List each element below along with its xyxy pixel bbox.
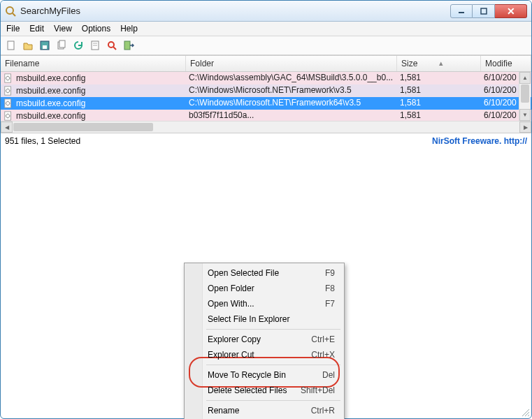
table-row[interactable]: msbuild.exe.configb03f5f7f11d50a...1,581…	[1, 110, 531, 121]
cell-size: 1,581	[397, 84, 481, 97]
toolbar-find-icon[interactable]	[106, 39, 118, 52]
menu-view[interactable]: View	[54, 24, 72, 34]
menu-item[interactable]: Open Selected FileF9	[187, 265, 342, 281]
menu-item-shortcut: F8	[325, 284, 335, 293]
cell-size: 1,581	[397, 110, 481, 121]
toolbar-open-icon[interactable]	[22, 39, 34, 52]
menu-item-label: Delete Selected Files	[208, 385, 287, 395]
svg-line-76	[528, 415, 529, 416]
menu-item[interactable]: RenameCtrl+R	[187, 403, 342, 418]
cell-size: 1,581	[397, 97, 481, 110]
vertical-scrollbar[interactable]: ▲ ▼	[519, 72, 531, 121]
svg-rect-4	[8, 41, 14, 50]
nirsoft-link[interactable]: NirSoft Freeware. http://	[432, 136, 527, 146]
app-icon	[5, 6, 16, 17]
cell-filename: msbuild.exe.config	[1, 84, 186, 97]
column-headers: Filename Folder Size▴ Modifie	[1, 55, 531, 72]
toolbar-refresh-icon[interactable]	[72, 39, 85, 52]
minimize-button[interactable]	[450, 4, 473, 18]
menu-item-label: Move To Recycle Bin	[208, 370, 286, 380]
toolbar-copy-icon[interactable]	[55, 39, 68, 52]
titlebar[interactable]: SearchMyFiles ✕	[1, 1, 531, 22]
file-list: msbuild.exe.configC:\Windows\assembly\GA…	[1, 72, 531, 121]
menu-file[interactable]: File	[6, 24, 20, 34]
scroll-thumb-h[interactable]	[13, 123, 153, 131]
cell-folder: b03f5f7f11d50a...	[186, 110, 397, 121]
scroll-left-icon[interactable]: ◀	[1, 122, 13, 133]
menu-item-shortcut: F7	[325, 299, 335, 309]
toolbar	[1, 36, 531, 55]
svg-line-1	[13, 13, 15, 16]
menu-options[interactable]: Options	[82, 24, 110, 34]
cell-filename: msbuild.exe.config	[1, 97, 186, 110]
context-menu: Open Selected FileF9Open FolderF8Open Wi…	[184, 263, 345, 419]
toolbar-exit-icon[interactable]	[122, 39, 135, 52]
header-filename[interactable]: Filename	[1, 56, 186, 71]
menu-item-label: Explorer Copy	[208, 335, 261, 344]
menu-separator	[206, 365, 340, 365]
statusbar: 951 files, 1 Selected NirSoft Freeware. …	[1, 133, 531, 148]
maximize-button[interactable]	[473, 4, 495, 18]
menu-item-shortcut: Ctrl+R	[311, 406, 335, 416]
toolbar-properties-icon[interactable]	[89, 39, 101, 52]
header-modified[interactable]: Modifie	[481, 56, 531, 71]
menu-item[interactable]: Move To Recycle BinDel	[187, 367, 342, 383]
cell-folder: C:\Windows\Microsoft.NET\Framework64\v3.…	[186, 97, 397, 110]
scroll-thumb-v[interactable]	[521, 84, 529, 103]
menu-item[interactable]: Open FolderF8	[187, 281, 342, 296]
menu-item[interactable]: Select File In Explorer	[187, 311, 342, 327]
table-row[interactable]: msbuild.exe.configC:\Windows\assembly\GA…	[1, 72, 531, 84]
cell-filename: msbuild.exe.config	[1, 72, 186, 84]
menu-item-shortcut: F9	[325, 268, 335, 278]
menu-item-label: Select File In Explorer	[208, 314, 289, 324]
svg-rect-6	[43, 45, 47, 49]
resize-grip[interactable]	[520, 407, 530, 417]
svg-rect-14	[124, 41, 130, 50]
header-size[interactable]: Size▴	[397, 56, 481, 71]
menu-item-shortcut: Del	[322, 370, 335, 380]
svg-point-12	[108, 42, 114, 47]
menu-item-label: Open With...	[208, 299, 254, 309]
menubar: File Edit View Options Help	[1, 22, 531, 36]
menu-edit[interactable]: Edit	[29, 24, 44, 34]
cell-folder: C:\Windows\assembly\GAC_64\MSBuild\3.5.0…	[186, 72, 397, 84]
menu-item-shortcut: Shift+Del	[301, 385, 335, 395]
horizontal-scrollbar[interactable]: ◀ ▶	[1, 121, 531, 133]
table-row[interactable]: msbuild.exe.configC:\Windows\Microsoft.N…	[1, 84, 531, 97]
menu-item-label: Explorer Cut	[208, 350, 254, 360]
scroll-down-icon[interactable]: ▼	[519, 109, 531, 121]
menu-item[interactable]: Explorer CutCtrl+X	[187, 347, 342, 362]
svg-line-13	[113, 47, 116, 50]
menu-item-shortcut: Ctrl+E	[311, 335, 335, 344]
window-title: SearchMyFiles	[20, 6, 450, 16]
status-text: 951 files, 1 Selected	[5, 136, 80, 146]
menu-separator	[206, 400, 340, 401]
menu-item-label: Rename	[208, 406, 239, 416]
table-row[interactable]: msbuild.exe.configC:\Windows\Microsoft.N…	[1, 97, 531, 110]
menu-item-shortcut: Ctrl+X	[311, 350, 335, 360]
cell-size: 1,581	[397, 72, 481, 84]
menu-item[interactable]: Open With...F7	[187, 296, 342, 311]
menu-item-label: Open Selected File	[208, 268, 279, 278]
sort-asc-icon: ▴	[439, 59, 443, 68]
menu-help[interactable]: Help	[120, 24, 138, 34]
svg-rect-3	[481, 8, 487, 14]
menu-item-label: Open Folder	[208, 284, 254, 293]
svg-point-0	[6, 7, 13, 14]
svg-rect-8	[59, 41, 65, 47]
toolbar-new-icon[interactable]	[5, 39, 17, 52]
menu-item[interactable]: Delete Selected FilesShift+Del	[187, 383, 342, 398]
menu-item[interactable]: Explorer CopyCtrl+E	[187, 332, 342, 347]
close-button[interactable]: ✕	[495, 4, 527, 18]
menu-separator	[206, 329, 340, 330]
header-folder[interactable]: Folder	[186, 56, 397, 71]
scroll-up-icon[interactable]: ▲	[519, 72, 531, 84]
cell-folder: C:\Windows\Microsoft.NET\Framework\v3.5	[186, 84, 397, 97]
scroll-right-icon[interactable]: ▶	[519, 122, 531, 133]
toolbar-save-icon[interactable]	[38, 39, 51, 52]
app-window: SearchMyFiles ✕ File Edit View Options H…	[0, 0, 532, 419]
cell-filename: msbuild.exe.config	[1, 110, 186, 121]
